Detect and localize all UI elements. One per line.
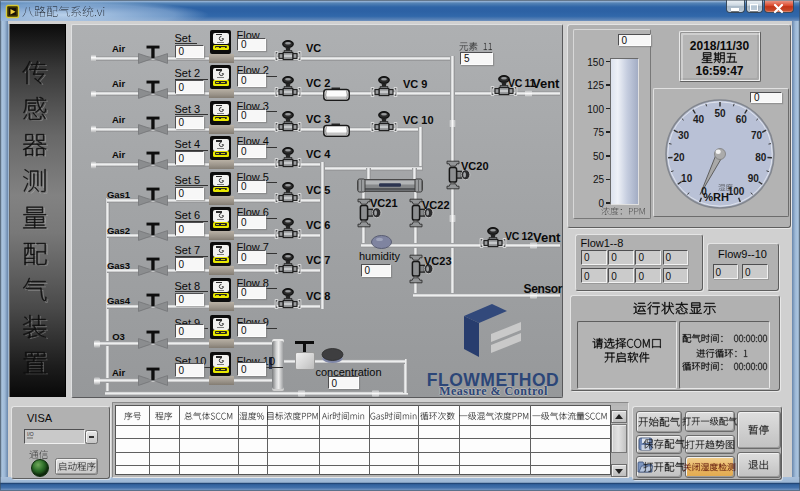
svg-text:I/O: I/O [27, 431, 34, 437]
